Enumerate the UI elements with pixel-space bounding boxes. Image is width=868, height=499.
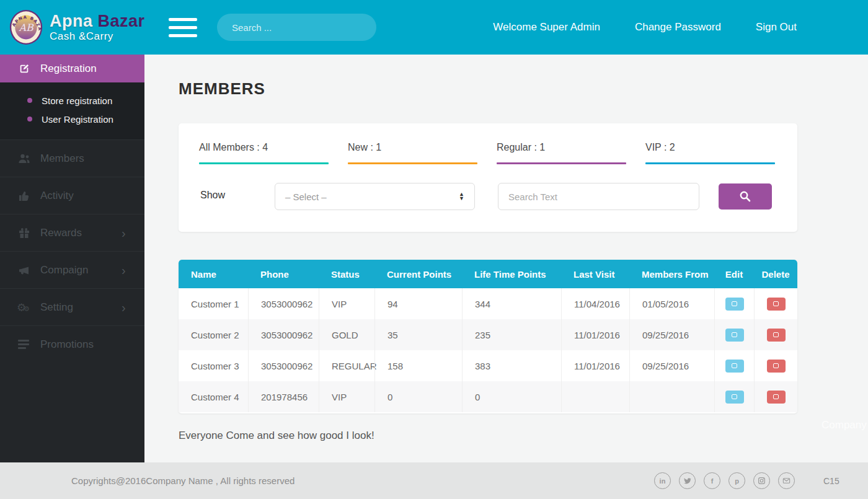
edit-glyph-icon	[732, 332, 737, 337]
cell-life-time-points: 344	[462, 288, 561, 319]
header-links: Welcome Super Admin Change Password Sign…	[493, 0, 797, 55]
cell-name: Customer 1	[179, 288, 248, 319]
brand-first-word: Apna	[50, 12, 93, 30]
cell-name: Customer 4	[179, 381, 248, 412]
sidebar-item-label: Promotions	[40, 338, 94, 351]
table-header: Name Phone Status Current Points Life Ti…	[179, 260, 797, 288]
instagram-icon[interactable]	[753, 472, 770, 489]
tab-label: Regular : 1	[497, 142, 626, 153]
cell-members-from: 09/25/2016	[629, 319, 714, 350]
cell-life-time-points: 383	[462, 350, 561, 381]
chevron-right-icon: ›	[122, 264, 126, 276]
delete-glyph-icon	[773, 301, 779, 306]
sidebar-menu: Members Activity	[0, 139, 144, 363]
edit-button[interactable]	[725, 329, 744, 342]
cell-phone: 3053000962	[248, 319, 319, 350]
member-tabs: All Members : 4 New : 1 Regular : 1 VIP …	[199, 142, 797, 164]
change-password-link[interactable]: Change Password	[635, 21, 721, 33]
cell-last-visit: 11/01/2016	[561, 319, 629, 350]
brand-tagline: Cash &Carry	[50, 30, 145, 43]
brand-text: Apna Bazar Cash &Carry	[50, 12, 145, 43]
sidebar-item-label: Setting	[40, 301, 73, 314]
cell-name: Customer 2	[179, 319, 248, 350]
table-body: Customer 1 3053000962 VIP 94 344 11/04/2…	[179, 288, 797, 412]
sidebar-item-registration[interactable]: Registration	[0, 55, 144, 82]
delete-button[interactable]	[767, 298, 786, 311]
col-header: Phone	[248, 269, 319, 280]
cell-last-visit: 11/01/2016	[561, 350, 629, 381]
tab-all-members[interactable]: All Members : 4	[199, 142, 329, 164]
tab-vip[interactable]: VIP : 2	[645, 142, 775, 164]
global-search-input[interactable]	[217, 14, 376, 41]
twitter-icon[interactable]	[679, 472, 696, 489]
app-root: APNA BAZAR AB Apna Bazar Cash &Carry Wel…	[0, 0, 868, 499]
delete-button[interactable]	[767, 329, 786, 342]
sidebar: Registration Store registration User Reg…	[0, 55, 144, 462]
edit-button[interactable]	[725, 391, 744, 404]
table-row: Customer 2 3053000962 GOLD 35 235 11/01/…	[179, 319, 797, 350]
cell-name: Customer 3	[179, 350, 248, 381]
cell-members-from: 01/05/2016	[629, 288, 714, 319]
sidebar-item-compaign[interactable]: Compaign ›	[0, 251, 144, 288]
sidebar-item-label: Compaign	[40, 264, 89, 276]
facebook-icon[interactable]: f	[704, 472, 720, 489]
delete-button[interactable]	[767, 391, 786, 404]
welcome-admin-link[interactable]: Welcome Super Admin	[493, 21, 600, 33]
cell-current-points: 94	[374, 288, 462, 319]
tab-underline	[199, 162, 329, 164]
sign-out-link[interactable]: Sign Out	[756, 21, 797, 33]
col-header: Last Visit	[561, 269, 629, 280]
subitem-label: Store registration	[42, 95, 112, 106]
col-header: Life Time Points	[462, 269, 561, 280]
show-select[interactable]: – Select – ▲▼	[275, 183, 475, 210]
copyright-text: Copyrights@2016Company Name , All rights…	[71, 475, 294, 486]
sidebar-item-promotions[interactable]: Promotions	[0, 325, 144, 363]
hamburger-menu-icon[interactable]	[169, 18, 197, 37]
brand-logo[interactable]: APNA BAZAR AB Apna Bazar Cash &Carry	[9, 9, 145, 46]
tab-regular[interactable]: Regular : 1	[497, 142, 626, 164]
sidebar-subitem-store-registration[interactable]: Store registration	[0, 91, 144, 110]
sidebar-item-members[interactable]: Members	[0, 139, 144, 177]
footer: Copyrights@2016Company Name , All rights…	[0, 462, 868, 499]
table-row: Customer 4 201978456 VIP 0 0	[179, 381, 797, 412]
gift-icon	[18, 227, 30, 239]
sidebar-item-label: Registration	[40, 63, 97, 75]
brand-badge-icon: APNA BAZAR AB	[9, 9, 43, 46]
email-icon[interactable]	[778, 472, 795, 489]
sidebar-item-activity[interactable]: Activity	[0, 177, 144, 214]
cell-members-from: 09/25/2016	[629, 350, 714, 381]
search-icon	[738, 190, 752, 203]
version-text: C15	[823, 476, 839, 486]
cell-status: VIP	[319, 288, 374, 319]
pinterest-icon[interactable]: p	[728, 472, 745, 489]
cell-phone: 201978456	[248, 381, 319, 412]
users-icon	[18, 152, 30, 165]
linkedin-icon[interactable]: in	[654, 472, 671, 489]
members-table: Name Phone Status Current Points Life Ti…	[179, 260, 797, 413]
select-value: – Select –	[285, 192, 459, 202]
bullet-icon	[27, 98, 32, 103]
chevron-right-icon: ›	[122, 227, 126, 239]
edit-button[interactable]	[725, 360, 744, 373]
tab-new[interactable]: New : 1	[348, 142, 477, 164]
sidebar-item-rewards[interactable]: Rewards ›	[0, 214, 144, 251]
sidebar-item-label: Activity	[40, 190, 74, 202]
search-text-input[interactable]	[498, 183, 699, 210]
tab-underline	[348, 162, 477, 164]
edit-glyph-icon	[732, 301, 737, 306]
badge-initials: AB	[18, 22, 33, 33]
tab-underline	[497, 162, 626, 164]
global-search	[217, 14, 376, 41]
col-header: Members From	[629, 269, 714, 280]
edit-button[interactable]	[725, 298, 744, 311]
sidebar-item-setting[interactable]: ⚙⚙ Setting ›	[0, 288, 144, 325]
sidebar-subitem-user-registration[interactable]: User Registration	[0, 110, 144, 128]
cell-status: VIP	[319, 381, 374, 412]
chevron-right-icon: ›	[122, 301, 126, 314]
search-button[interactable]	[719, 183, 772, 210]
cell-members-from	[629, 381, 714, 412]
delete-button[interactable]	[767, 360, 786, 373]
select-arrows-icon: ▲▼	[459, 192, 464, 201]
list-bars-icon	[18, 338, 30, 351]
edit-glyph-icon	[732, 394, 737, 399]
